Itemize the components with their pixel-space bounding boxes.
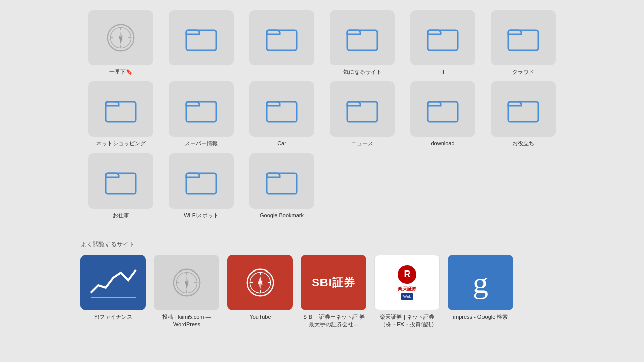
folder-icon [427, 24, 459, 51]
svg-rect-8 [186, 30, 216, 50]
bookmark-label: IT [440, 68, 445, 75]
bookmark-item[interactable]: 一番下🔖 [88, 10, 153, 75]
svg-rect-20 [186, 173, 216, 194]
svg-marker-30 [185, 281, 189, 289]
yfinance-chart-icon [88, 262, 138, 303]
bookmark-item[interactable]: ネットショッピング [88, 81, 153, 147]
svg-rect-16 [347, 102, 377, 122]
frequent-label: 投稿 · kiimi5.com — WordPress [154, 313, 219, 329]
bookmark-item[interactable]: お仕事 [88, 153, 153, 219]
bookmark-item[interactable]: Wi-Fiスポット [169, 153, 234, 219]
yfinance-icon-box [80, 255, 146, 310]
bookmark-label: 一番下🔖 [109, 68, 133, 75]
bookmark-label: クラウド [512, 68, 534, 75]
compass-gray-icon-box [154, 255, 219, 310]
bookmark-label: スーパー情報 [185, 140, 218, 147]
bookmark-item[interactable]: 気になるサイト [330, 10, 395, 75]
sbi-icon-box: SBI証券 [301, 255, 366, 310]
frequent-item[interactable]: YouTube [227, 255, 293, 329]
frequent-item[interactable]: Y!ファイナンス [80, 255, 146, 329]
bookmark-item[interactable]: Google Bookmark [249, 153, 314, 219]
svg-rect-21 [267, 173, 297, 194]
folder-icon [346, 96, 378, 123]
rakuten-icon-box: R 楽天証券 Web [374, 255, 440, 310]
folder-icon [185, 24, 217, 51]
divider [0, 233, 644, 233]
bookmark-item[interactable]: Car [249, 81, 314, 147]
frequent-grid: Y!ファイナンス 投稿 · kiimi5.com — WordPress [80, 255, 564, 329]
bookmark-label: Google Bookmark [260, 212, 304, 219]
svg-rect-18 [508, 102, 538, 122]
youtube-icon-box [227, 255, 293, 310]
bookmarks-grid: 一番下🔖 気になるサイト IT クラウド ネットショッピング [80, 10, 564, 219]
bookmark-item[interactable] [249, 10, 314, 75]
bookmark-item[interactable]: お役立ち [491, 81, 556, 147]
main-area: 一番下🔖 気になるサイト IT クラウド ネットショッピング [0, 0, 644, 224]
svg-marker-7 [119, 36, 123, 44]
frequent-item[interactable]: SBI証券 ＳＢＩ証券ーネット証 券最大手の証券会社... [301, 255, 366, 329]
compass-icon [106, 23, 136, 53]
svg-rect-19 [106, 173, 136, 194]
svg-rect-12 [508, 30, 538, 50]
svg-rect-14 [186, 102, 216, 122]
bookmark-item[interactable]: IT [410, 10, 475, 75]
folder-icon [507, 24, 539, 51]
frequent-item[interactable]: R 楽天証券 Web 楽天証券 | ネット証券 （株・FX・投資信託) [374, 255, 440, 329]
bookmark-label: download [431, 140, 454, 147]
folder-icon [427, 96, 459, 123]
bookmark-label: お仕事 [113, 212, 129, 219]
frequent-label: impress - Google 検索 [453, 313, 508, 321]
folder-icon [185, 96, 217, 123]
folder-icon [507, 96, 539, 123]
frequent-item[interactable]: g impress - Google 検索 [448, 255, 513, 329]
google-icon-box: g [448, 255, 513, 310]
bookmark-label: ニュース [351, 140, 373, 147]
bookmark-label: お役立ち [512, 140, 534, 147]
folder-icon [105, 167, 137, 195]
frequent-label: Y!ファイナンス [94, 313, 132, 321]
bookmark-label: Car [277, 140, 286, 147]
frequent-section: よく閲覧するサイト Y!ファイナンス 投稿 · kiimi5.com — Wor… [0, 240, 644, 329]
svg-rect-11 [428, 30, 458, 50]
bookmark-item[interactable] [169, 10, 234, 75]
frequent-item[interactable]: 投稿 · kiimi5.com — WordPress [154, 255, 219, 329]
bookmark-label: Wi-Fiスポット [184, 212, 219, 219]
bookmark-item[interactable]: クラウド [491, 10, 556, 75]
svg-rect-13 [106, 102, 136, 122]
svg-rect-10 [347, 30, 377, 50]
folder-icon [185, 167, 217, 195]
bookmark-item[interactable]: ニュース [330, 81, 395, 147]
folder-icon [266, 96, 298, 123]
youtube-compass-icon [245, 267, 275, 298]
bookmark-item[interactable]: スーパー情報 [169, 81, 234, 147]
folder-icon [346, 24, 378, 51]
frequent-label: YouTube [249, 313, 271, 321]
folder-icon [266, 24, 298, 51]
frequent-label: 楽天証券 | ネット証券 （株・FX・投資信託) [374, 313, 440, 329]
folder-icon [105, 96, 137, 123]
svg-rect-17 [428, 102, 458, 122]
bookmark-label: 気になるサイト [343, 68, 382, 75]
frequent-label: ＳＢＩ証券ーネット証 券最大手の証券会社... [301, 313, 366, 329]
folder-icon [266, 167, 298, 195]
compass-gray-icon [172, 267, 202, 298]
svg-rect-9 [267, 30, 297, 50]
bookmark-label: ネットショッピング [96, 140, 146, 147]
bookmark-item[interactable]: download [410, 81, 475, 147]
svg-rect-15 [267, 102, 297, 122]
frequent-title: よく閲覧するサイト [80, 240, 564, 249]
